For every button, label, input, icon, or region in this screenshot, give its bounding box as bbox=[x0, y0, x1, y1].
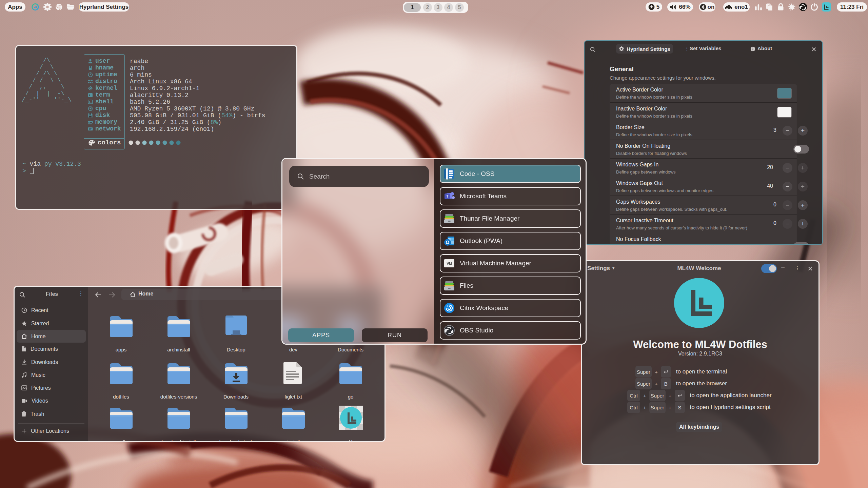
svg-text:VM: VM bbox=[447, 262, 452, 266]
svg-text:IP: IP bbox=[89, 128, 92, 130]
svg-text:T: T bbox=[446, 194, 449, 198]
svg-text:O: O bbox=[446, 240, 450, 245]
svg-text:AI: AI bbox=[34, 5, 37, 9]
